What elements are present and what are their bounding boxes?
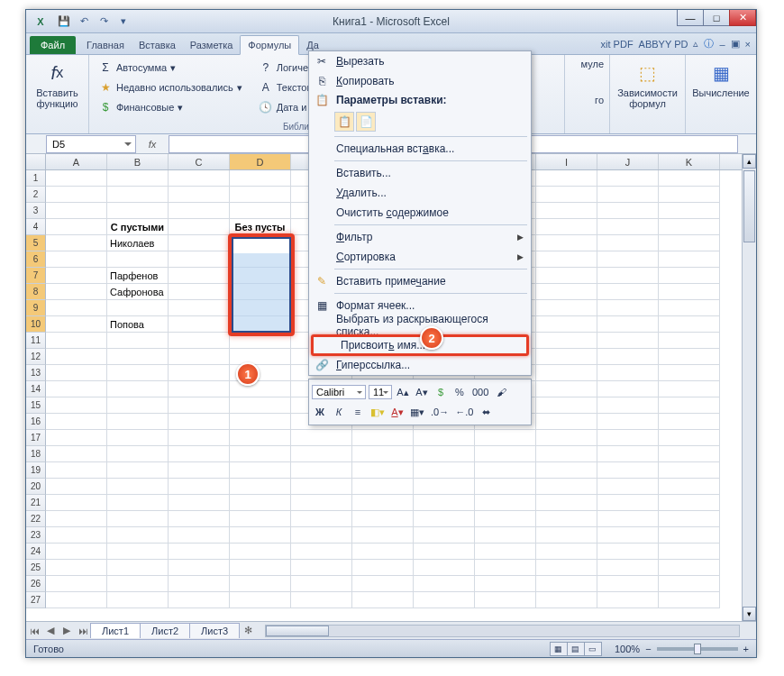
cell-H22[interactable] <box>475 511 536 527</box>
cell-B4[interactable]: С пустыми <box>107 219 169 235</box>
scroll-thumb[interactable] <box>743 170 755 242</box>
cell-D6[interactable] <box>230 251 291 268</box>
merge-icon[interactable]: ⬌ <box>478 404 494 420</box>
cell-E25[interactable] <box>291 560 352 576</box>
cell-I22[interactable] <box>536 511 597 527</box>
cell-I24[interactable] <box>536 544 597 560</box>
horizontal-scrollbar[interactable] <box>265 625 740 637</box>
menu-insert-comment[interactable]: ✎Вставить примечание <box>309 271 531 291</box>
zoom-level[interactable]: 100% <box>615 644 640 654</box>
cell-K21[interactable] <box>659 495 720 511</box>
cell-D2[interactable] <box>230 187 291 203</box>
cell-D1[interactable] <box>230 170 291 187</box>
col-A[interactable]: A <box>46 154 107 169</box>
cell-E23[interactable] <box>291 527 352 544</box>
menu-pick-from-list[interactable]: Выбрать из раскрывающегося списка... <box>309 315 531 335</box>
vertical-scrollbar[interactable]: ▴ ▾ <box>742 154 756 621</box>
cell-F24[interactable] <box>352 544 414 560</box>
financial-button[interactable]: $Финансовые ▾ <box>95 98 246 116</box>
cell-B14[interactable] <box>107 381 169 397</box>
calculation-button[interactable]: ▦ Вычисление <box>691 59 751 100</box>
cell-G19[interactable] <box>414 462 475 479</box>
cell-K22[interactable] <box>659 511 720 527</box>
cell-I7[interactable] <box>536 268 597 284</box>
zoom-thumb[interactable] <box>694 644 701 654</box>
cell-I12[interactable] <box>536 349 597 365</box>
format-painter-icon[interactable]: 🖌 <box>493 384 509 400</box>
bold-button[interactable]: Ж <box>312 404 328 420</box>
cell-J15[interactable] <box>597 397 659 414</box>
select-all-corner[interactable] <box>26 154 46 169</box>
cell-C23[interactable] <box>169 527 230 544</box>
cell-J8[interactable] <box>597 284 659 300</box>
cell-D4[interactable]: Без пусты <box>230 219 291 235</box>
cell-B8[interactable]: Сафронова <box>107 284 169 300</box>
cell-K20[interactable] <box>659 479 720 495</box>
cell-J25[interactable] <box>597 560 659 576</box>
cell-J18[interactable] <box>597 446 659 462</box>
cell-D23[interactable] <box>230 527 291 544</box>
row-header[interactable]: 5 <box>26 235 46 251</box>
cell-B20[interactable] <box>107 479 169 495</box>
cell-B17[interactable] <box>107 430 169 446</box>
menu-clear[interactable]: Очистить содержимое <box>309 203 531 223</box>
zoom-in-icon[interactable]: + <box>743 644 749 654</box>
row-header[interactable]: 13 <box>26 365 46 381</box>
cell-A20[interactable] <box>46 479 107 495</box>
cell-C14[interactable] <box>169 381 230 397</box>
cell-C22[interactable] <box>169 511 230 527</box>
col-C[interactable]: C <box>169 154 230 169</box>
cell-K12[interactable] <box>659 349 720 365</box>
col-J[interactable]: J <box>597 154 659 169</box>
cell-A16[interactable] <box>46 414 107 430</box>
cell-D9[interactable] <box>230 300 291 316</box>
cell-J13[interactable] <box>597 365 659 381</box>
cell-C9[interactable] <box>169 300 230 316</box>
font-combo[interactable]: Calibri <box>312 385 366 399</box>
cell-I16[interactable] <box>536 414 597 430</box>
cell-I15[interactable] <box>536 397 597 414</box>
page-layout-icon[interactable]: ▤ <box>567 642 585 656</box>
tab-insert[interactable]: Вставка <box>132 36 183 54</box>
cell-K10[interactable] <box>659 316 720 333</box>
cell-F20[interactable] <box>352 479 414 495</box>
cell-D8[interactable] <box>230 284 291 300</box>
last-sheet-icon[interactable]: ⏭ <box>75 623 91 639</box>
menu-insert[interactable]: Вставить... <box>309 163 531 183</box>
cell-B27[interactable] <box>107 592 169 608</box>
menu-paste-special[interactable]: Специальная вставка... <box>309 139 531 159</box>
qat-dropdown-icon[interactable]: ▾ <box>114 13 132 31</box>
cell-I26[interactable] <box>536 576 597 592</box>
cell-I3[interactable] <box>536 203 597 219</box>
cell-F22[interactable] <box>352 511 414 527</box>
cell-G26[interactable] <box>414 576 475 592</box>
scroll-down-icon[interactable]: ▾ <box>743 607 756 621</box>
cell-I2[interactable] <box>536 187 597 203</box>
cell-A18[interactable] <box>46 446 107 462</box>
cell-A11[interactable] <box>46 333 107 349</box>
new-sheet-icon[interactable]: ✻ <box>240 623 256 639</box>
cell-C15[interactable] <box>169 397 230 414</box>
italic-button[interactable]: К <box>331 404 347 420</box>
cell-H27[interactable] <box>475 592 536 608</box>
cell-G21[interactable] <box>414 495 475 511</box>
cell-C12[interactable] <box>169 349 230 365</box>
borders-icon[interactable]: ▦▾ <box>408 404 426 420</box>
cell-D17[interactable] <box>230 430 291 446</box>
sheet-tab-1[interactable]: Лист1 <box>90 623 141 638</box>
cell-F23[interactable] <box>352 527 414 544</box>
cell-I13[interactable] <box>536 365 597 381</box>
cell-D18[interactable] <box>230 446 291 462</box>
cell-K18[interactable] <box>659 446 720 462</box>
cell-E17[interactable] <box>291 430 352 446</box>
cell-A8[interactable] <box>46 284 107 300</box>
cell-E24[interactable] <box>291 544 352 560</box>
cell-D19[interactable] <box>230 462 291 479</box>
cell-I20[interactable] <box>536 479 597 495</box>
cell-B11[interactable] <box>107 333 169 349</box>
menu-hyperlink[interactable]: 🔗Гиперссылка... <box>309 355 531 375</box>
page-break-icon[interactable]: ▭ <box>584 642 602 656</box>
cell-K25[interactable] <box>659 560 720 576</box>
cell-C19[interactable] <box>169 462 230 479</box>
cell-K19[interactable] <box>659 462 720 479</box>
